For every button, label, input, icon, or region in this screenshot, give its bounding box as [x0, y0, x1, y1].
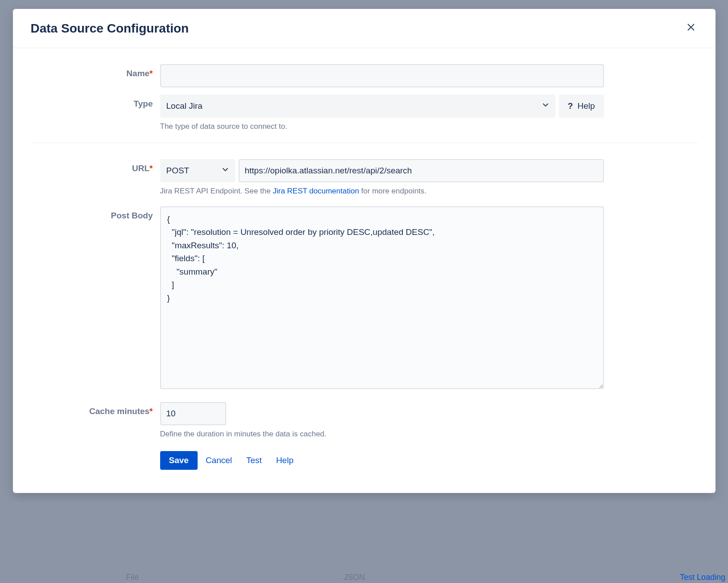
action-buttons: Save Cancel Test Help [160, 451, 604, 470]
required-marker: * [149, 406, 153, 416]
data-source-config-modal: Data Source Configuration Name* Type [13, 9, 716, 493]
cache-label: Cache minutes* [31, 402, 160, 416]
post-body-textarea[interactable] [160, 206, 604, 389]
save-button[interactable]: Save [160, 451, 198, 470]
cache-row: Cache minutes* Define the duration in mi… [31, 402, 698, 470]
cache-help-text: Define the duration in minutes the data … [160, 430, 604, 439]
modal-title: Data Source Configuration [31, 21, 189, 36]
cache-minutes-input[interactable] [160, 402, 226, 425]
required-marker: * [149, 164, 153, 173]
close-button[interactable] [684, 21, 698, 36]
modal-header: Data Source Configuration [13, 9, 716, 48]
type-help-text: The type of data source to connect to. [160, 122, 604, 131]
url-label: URL* [31, 159, 160, 173]
name-input[interactable] [160, 64, 604, 87]
type-row: Type Local Jira ? Help [31, 94, 698, 131]
close-icon [686, 22, 696, 34]
modal-body: Name* Type Local Jira [13, 48, 716, 493]
cancel-button[interactable]: Cancel [199, 451, 238, 470]
jira-rest-doc-link[interactable]: Jira REST documentation [273, 187, 359, 195]
required-marker: * [149, 69, 153, 78]
url-input[interactable] [239, 159, 604, 182]
url-help-text: Jira REST API Endpoint. See the Jira RES… [160, 187, 604, 196]
type-label: Type [31, 94, 160, 109]
help-button[interactable]: Help [270, 451, 300, 470]
question-icon: ? [568, 101, 573, 111]
test-button[interactable]: Test [240, 451, 268, 470]
type-help-button[interactable]: ? Help [559, 94, 604, 118]
post-body-row: Post Body [31, 206, 698, 391]
http-method-select[interactable]: POST [160, 159, 235, 182]
section-divider [31, 143, 698, 143]
chevron-down-icon [221, 165, 230, 177]
name-label: Name* [31, 64, 160, 78]
type-select[interactable]: Local Jira [160, 94, 555, 118]
url-row: URL* POST Jira REST API Endpoin [31, 159, 698, 196]
chevron-down-icon [541, 101, 550, 112]
post-body-label: Post Body [31, 206, 160, 221]
name-row: Name* [31, 64, 698, 87]
